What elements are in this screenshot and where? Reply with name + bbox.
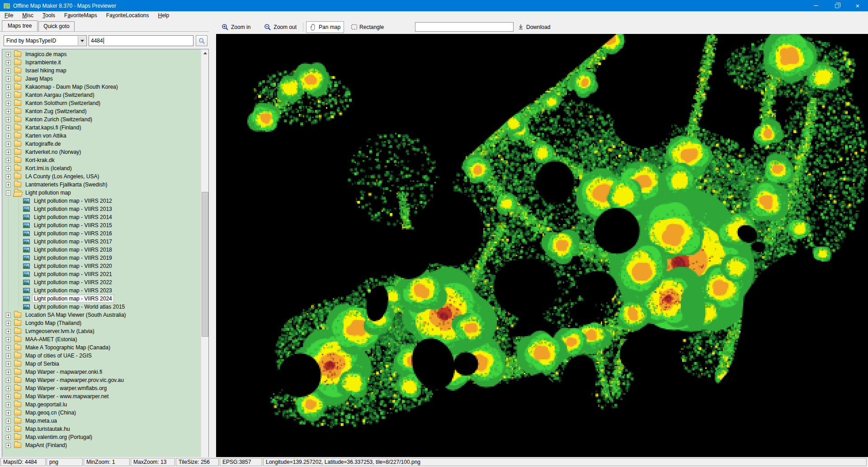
search-input[interactable]: 4484 [89, 35, 193, 46]
maps-tree-panel: Imagico.de mapsIsprambiente.itIsrael hik… [2, 49, 209, 467]
tree-folder[interactable]: Lvmgeoserver.lvm.lv (Latvia) [2, 327, 201, 335]
tree-folder[interactable]: Make A Topographic Map (Canada) [2, 343, 201, 352]
zoom-out-label: Zoom out [274, 24, 297, 30]
tree-folder[interactable]: Longdo Map (Thailand) [2, 319, 201, 327]
combobox-dropdown-button[interactable] [78, 36, 86, 45]
tree-folder[interactable]: Map Warper - mapwarper.onki.fi [2, 368, 201, 376]
minimize-button[interactable] [806, 0, 826, 11]
download-button[interactable]: Download [514, 20, 553, 34]
tree-item[interactable]: Light pollution map - VIIRS 2013 [2, 205, 201, 213]
map-tile-icon [23, 255, 30, 261]
tree-item[interactable]: Light pollution map - VIIRS 2012 [2, 197, 201, 205]
menu-favoritelocations[interactable]: FavoriteLocations [102, 11, 154, 19]
tree-item-label: Map.geoportail.lu [24, 401, 68, 408]
menu-misc[interactable]: Misc [18, 11, 38, 19]
tree-folder[interactable]: MAA-AMET (Estonia) [2, 335, 201, 343]
scroll-up-button[interactable] [201, 49, 209, 57]
tree-folder[interactable]: Map.valentim.org (Portugal) [2, 433, 201, 441]
tree-item-label: Map.valentim.org (Portugal) [24, 434, 94, 441]
tree-folder[interactable]: Kartat.kapsi.fi (Finland) [2, 124, 201, 132]
tree-folder[interactable]: Kanton Aargau (Switzerland) [2, 91, 201, 99]
tree-folder[interactable]: Map.geoportail.lu [2, 400, 201, 409]
tree-folder[interactable]: Light pollution map [2, 189, 201, 197]
tree-folder[interactable]: Lantmateriets Fjallkarta (Swedish) [2, 181, 201, 189]
tree-folder[interactable]: Map Warper - mapwarper.prov.vic.gov.au [2, 376, 201, 384]
tree-folder[interactable]: LA County (Los Angeles, USA) [2, 172, 201, 181]
tree-folder[interactable]: Imagico.de maps [2, 50, 201, 58]
search-button[interactable] [196, 35, 208, 46]
search-input-value: 4484 [91, 38, 103, 44]
tree-folder[interactable]: Karten von Attika [2, 132, 201, 140]
tree-folder[interactable]: Map.meta.ua [2, 417, 201, 425]
tree-folder[interactable]: Jawg Maps [2, 75, 201, 83]
tree-scrollbar[interactable] [201, 49, 208, 467]
tree-folder[interactable]: Kartverket.no (Norway) [2, 148, 201, 156]
status-min-zoom: MinZoom: 1 [84, 458, 130, 466]
map-tile-icon [23, 198, 30, 204]
folder-icon [14, 60, 21, 65]
tree-folder[interactable]: Map of cities of UAE - 2GIS [2, 352, 201, 360]
folder-icon [14, 361, 21, 367]
tab-quick-goto[interactable]: Quick goto [38, 21, 74, 31]
tree-item[interactable]: Light pollution map - VIIRS 2019 [2, 254, 201, 262]
menu-help[interactable]: Help [154, 11, 174, 19]
tree-item[interactable]: Light pollution map - VIIRS 2014 [2, 213, 201, 221]
tree-item-label: Light pollution map - VIIRS 2017 [33, 238, 113, 245]
folder-icon [14, 174, 21, 179]
folder-icon [14, 353, 21, 358]
tree-item[interactable]: Light pollution map - World atlas 2015 [2, 303, 201, 311]
tree-folder[interactable]: Map.turistautak.hu [2, 425, 201, 433]
tree-folder[interactable]: MapAnt (Finland) [2, 441, 201, 449]
folder-icon [14, 369, 21, 375]
tree-item-label: Map of Serbia [24, 360, 61, 367]
tree-folder[interactable]: Kakaomap - Daum Map (South Korea) [2, 83, 201, 91]
tree-folder[interactable]: Map Warper - www.mapwarper.net [2, 392, 201, 400]
tree-folder[interactable]: Kanton Zug (Switzerland) [2, 107, 201, 115]
map-view[interactable] [216, 34, 868, 457]
map-tile-icon [23, 272, 30, 277]
tree-item[interactable]: Light pollution map - VIIRS 2018 [2, 246, 201, 254]
zoom-out-button[interactable]: Zoom out [260, 21, 300, 33]
status-coordinates: Longitude=139.257202, Latitude=36.337253… [263, 458, 867, 466]
tree-item[interactable]: Light pollution map - VIIRS 2015 [2, 221, 201, 229]
tree-item[interactable]: Light pollution map - VIIRS 2016 [2, 229, 201, 238]
pan-map-button[interactable]: Pan map [306, 21, 344, 33]
find-by-combobox[interactable]: Find by MapsTypeID [4, 35, 87, 46]
pan-hand-icon [310, 24, 316, 31]
tree-folder[interactable]: Israel hiking map [2, 67, 201, 75]
folder-icon [14, 149, 21, 155]
tree-item[interactable]: Light pollution map - VIIRS 2023 [2, 286, 201, 295]
text-caret [104, 38, 104, 44]
tree-folder[interactable]: Location SA Map Viewer (South Australia) [2, 311, 201, 319]
menu-file[interactable]: File [0, 11, 18, 19]
tree-folder[interactable]: Kanton Zurich (Switzerland) [2, 115, 201, 124]
tree-folder[interactable]: Kartogiraffe.de [2, 140, 201, 148]
location-field[interactable] [415, 22, 514, 32]
tree-folder[interactable]: Map of Serbia [2, 360, 201, 368]
map-tile-icon [23, 280, 30, 285]
restore-button[interactable] [826, 0, 847, 11]
tree-folder[interactable]: Kort-krak.dk [2, 156, 201, 164]
menu-tools[interactable]: Tools [38, 11, 60, 19]
tree-item[interactable]: Light pollution map - VIIRS 2024 [2, 295, 201, 303]
tree-folder[interactable]: Map.geoq.cn (China) [2, 409, 201, 417]
tree-item[interactable]: Light pollution map - VIIRS 2020 [2, 262, 201, 270]
tree-item[interactable]: Light pollution map - VIIRS 2021 [2, 270, 201, 278]
menu-favoritemaps[interactable]: FavoriteMaps [60, 11, 102, 19]
tree-folder[interactable]: Kort.lmi.is (Iceland) [2, 164, 201, 172]
folder-icon [14, 52, 21, 57]
scrollbar-thumb[interactable] [202, 192, 208, 337]
arrow-up-icon [203, 52, 207, 54]
tree-folder[interactable]: Isprambiente.it [2, 58, 201, 67]
map-toolbar: Zoom in Zoom out Pan map [212, 20, 868, 34]
tree-folder[interactable]: Map Warper - warper.wmflabs.org [2, 384, 201, 392]
tab-maps-tree[interactable]: Maps tree [2, 20, 38, 32]
zoom-in-button[interactable]: Zoom in [218, 21, 254, 33]
rectangle-button[interactable]: Rectangle [348, 22, 387, 33]
folder-icon [14, 133, 21, 138]
tree-item[interactable]: Light pollution map - VIIRS 2022 [2, 278, 201, 286]
tree-folder[interactable]: Kanton Solothurn (Switzerland) [2, 99, 201, 107]
tree-item[interactable]: Light pollution map - VIIRS 2017 [2, 238, 201, 246]
close-button[interactable]: × [847, 0, 868, 11]
tree-item-label: Map Warper - warper.wmflabs.org [24, 385, 108, 392]
